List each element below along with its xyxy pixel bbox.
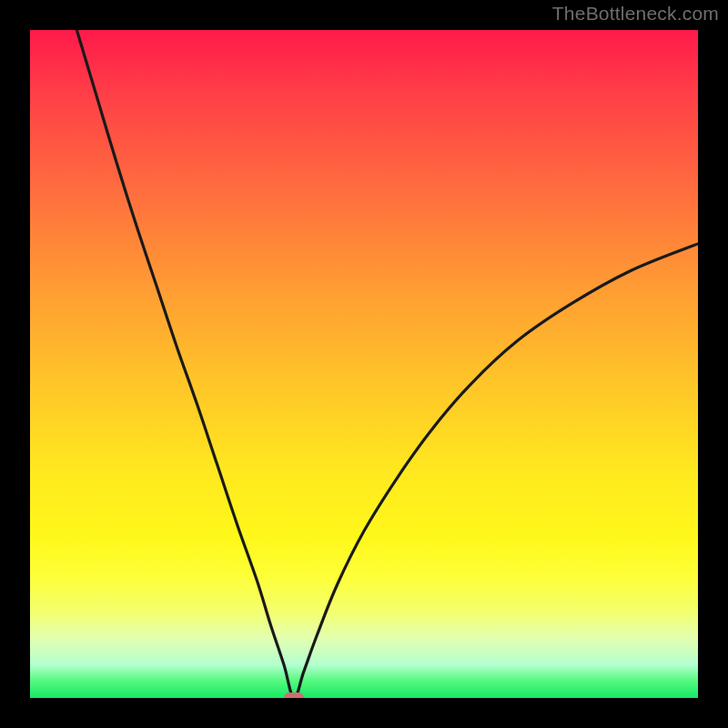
- chart-container: TheBottleneck.com: [0, 0, 728, 728]
- watermark-text: TheBottleneck.com: [552, 3, 719, 25]
- minimum-marker: [284, 693, 304, 698]
- plot-area: [30, 30, 698, 698]
- curve-layer: [30, 30, 698, 698]
- bottleneck-curve: [76, 30, 698, 698]
